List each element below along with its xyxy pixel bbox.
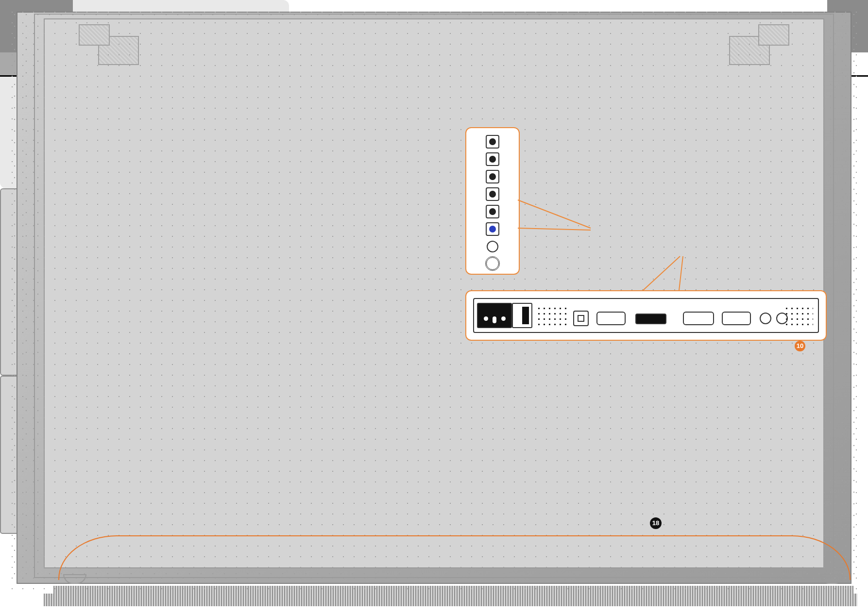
page-number: 18: [650, 517, 662, 529]
speaker-grille-right: [784, 306, 813, 325]
keypad-button-1[interactable]: [486, 135, 499, 149]
manual-page: manualshive.com: [0, 0, 868, 613]
keypad-button-4[interactable]: [486, 187, 499, 201]
dvi-port[interactable]: [683, 312, 714, 325]
ac-inlet[interactable]: [477, 303, 512, 328]
keypad-led: [487, 241, 498, 252]
usb-b-port[interactable]: [573, 311, 589, 326]
vga-port[interactable]: [722, 312, 751, 325]
audio-jack-1[interactable]: [760, 313, 771, 324]
display-rear-view-small: [0, 376, 251, 534]
keypad-button-5[interactable]: [486, 205, 499, 218]
rs232-port[interactable]: [596, 312, 626, 325]
io-ports-callout: [465, 290, 827, 341]
io-panel: [473, 298, 819, 333]
speaker-grille-left: [536, 306, 568, 325]
keypad-button-6[interactable]: [486, 222, 499, 236]
port-badge: 10: [795, 341, 805, 351]
ventilation-slots: [44, 594, 857, 606]
control-keypad-callout: [465, 127, 520, 275]
power-switch[interactable]: [512, 303, 532, 328]
keypad-ir-sensor: [485, 256, 500, 271]
keypad-button-2[interactable]: [486, 152, 499, 166]
hdmi-port[interactable]: [635, 314, 666, 324]
handle-arc: [58, 535, 851, 580]
keypad-button-3[interactable]: [486, 170, 499, 183]
